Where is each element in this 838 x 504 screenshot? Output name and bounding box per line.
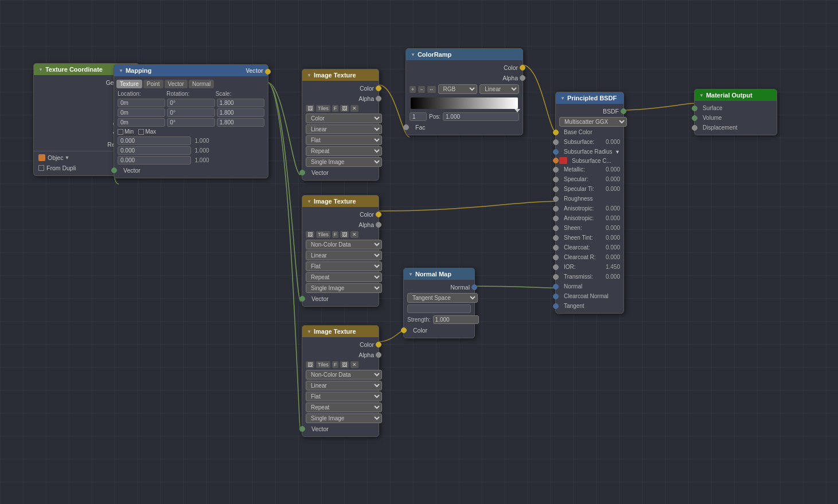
subsurface-color-swatch[interactable] (559, 157, 567, 164)
cr-add-btn[interactable]: + (410, 86, 416, 93)
cr-mode-select[interactable]: RGB HSV (438, 84, 478, 94)
mapping-header[interactable]: ▼ Mapping Vector (114, 65, 268, 76)
socket-surface-in[interactable] (692, 106, 697, 111)
socket-clearcoat-normal-in[interactable] (553, 294, 559, 299)
socket-alpha-out-3[interactable] (376, 352, 381, 358)
socket-sheen-tint-in[interactable] (553, 235, 559, 241)
f-btn-3[interactable]: F (332, 361, 339, 368)
x-btn-1[interactable]: ✕ (350, 105, 358, 112)
image-texture-3-header[interactable]: ▼ Image Texture (302, 326, 379, 337)
scale-y-input[interactable] (217, 108, 264, 117)
min-y-input2[interactable] (118, 146, 191, 155)
socket-base-color-in[interactable] (553, 130, 559, 135)
distribution-select[interactable]: Multiscatter GGX GGX (559, 117, 627, 127)
socket-alpha-out-1[interactable] (376, 96, 381, 101)
nm-space-select[interactable]: Tangent Space Object Space (407, 293, 478, 303)
color-space-select-1[interactable]: Color Non-Color Data (306, 114, 382, 123)
x-btn-3[interactable]: ✕ (350, 361, 358, 368)
f-btn-1[interactable]: F (332, 105, 339, 112)
image-texture-2-header[interactable]: ▼ Image Texture (302, 196, 379, 207)
image-icon-2[interactable]: 🖼 (306, 231, 314, 238)
socket-metallic-in[interactable] (553, 167, 559, 173)
loc-y-input[interactable] (118, 108, 165, 117)
socket-vector-in[interactable] (111, 167, 117, 173)
cr-remove-btn[interactable]: − (418, 86, 424, 93)
cr-flip-btn[interactable]: ↔ (427, 86, 436, 93)
socket-normal-in[interactable] (553, 284, 559, 290)
projection-select-1[interactable]: Flat Box (306, 135, 382, 145)
socket-nm-color-in[interactable] (401, 327, 407, 333)
nm-strength-input[interactable] (433, 315, 479, 324)
cr-interp-select[interactable]: Linear Ease (480, 84, 519, 94)
socket-cr-alpha-out[interactable] (520, 75, 525, 81)
socket-specular-in[interactable] (553, 177, 559, 182)
socket-color-out-2[interactable] (376, 212, 381, 217)
source-select-1[interactable]: Single Image Movie (306, 157, 382, 167)
socket-color-out-3[interactable] (376, 342, 381, 347)
socket-vector-in-1[interactable] (299, 170, 305, 175)
object-color-picker[interactable] (38, 154, 45, 161)
socket-tangent-in[interactable] (553, 303, 559, 309)
socket-clearcoat-in[interactable] (553, 245, 559, 251)
color-space-select-2[interactable]: Non-Color Data Color (306, 240, 382, 249)
socket-fac-in[interactable] (403, 124, 409, 130)
min-checkbox[interactable] (118, 129, 123, 135)
image-icon-3[interactable]: 🖼 (306, 361, 314, 368)
socket-ior-in[interactable] (553, 264, 559, 270)
socket-vector-out[interactable] (265, 69, 271, 75)
tiles-btn-2[interactable]: Tiles (316, 231, 330, 238)
x-btn-2[interactable]: ✕ (350, 231, 358, 238)
rot-y-input[interactable] (167, 108, 215, 117)
material-output-header[interactable]: ▼ Material Output (695, 89, 777, 101)
tab-normal[interactable]: Normal (189, 80, 214, 88)
color-ramp-gradient-bar[interactable] (411, 97, 518, 109)
extension-select-1[interactable]: Repeat Extend (306, 146, 382, 156)
socket-displacement-in[interactable] (692, 125, 697, 131)
source-select-3[interactable]: Single Image Movie (306, 413, 382, 423)
img-btn-3[interactable]: 🖼 (340, 361, 349, 368)
cr-index-input[interactable] (410, 112, 427, 121)
socket-specular-tint-in[interactable] (553, 186, 559, 192)
color-space-select-3[interactable]: Non-Color Data Color (306, 370, 382, 380)
img-btn-1[interactable]: 🖼 (340, 105, 349, 112)
socket-nm-normal-out[interactable] (471, 284, 477, 290)
min-z-input2[interactable] (118, 156, 191, 165)
ramp-handle[interactable] (515, 109, 520, 112)
tab-vector[interactable]: Vector (165, 80, 188, 88)
min-x-input[interactable] (118, 136, 191, 145)
img-btn-2[interactable]: 🖼 (340, 231, 349, 238)
socket-sheen-in[interactable] (553, 225, 559, 231)
extension-select-3[interactable]: Repeat Extend (306, 403, 382, 412)
socket-alpha-out-2[interactable] (376, 222, 381, 228)
socket-volume-in[interactable] (692, 115, 697, 121)
socket-anisotropic1-in[interactable] (553, 206, 559, 212)
cr-pos-input[interactable] (443, 112, 519, 121)
principled-header[interactable]: ▼ Principled BSDF (556, 92, 623, 104)
extension-select-2[interactable]: Repeat Extend (306, 272, 382, 282)
projection-select-2[interactable]: Flat Box (306, 261, 382, 271)
socket-bsdf-out[interactable] (621, 108, 626, 114)
source-select-2[interactable]: Single Image Movie (306, 283, 382, 293)
nm-image-field[interactable] (407, 304, 471, 313)
tab-texture[interactable]: Texture (116, 80, 142, 88)
socket-color-out-1[interactable] (376, 85, 381, 91)
scale-x-input[interactable] (217, 99, 264, 107)
tiles-btn-1[interactable]: Tiles (316, 105, 330, 112)
socket-vector-in-3[interactable] (299, 426, 305, 432)
socket-vector-in-2[interactable] (299, 296, 305, 302)
loc-x-input[interactable] (118, 99, 165, 107)
socket-subsurface-in[interactable] (553, 139, 559, 145)
color-ramp-header[interactable]: ▼ ColorRamp (406, 49, 523, 60)
from-dupli-checkbox[interactable] (38, 165, 44, 171)
interpolation-select-3[interactable]: Linear Closest (306, 381, 382, 390)
rot-x-input[interactable] (167, 99, 215, 107)
socket-transmission-in[interactable] (553, 274, 559, 280)
socket-clearcoat-r-in[interactable] (553, 255, 559, 260)
interpolation-select-1[interactable]: Linear Closest (306, 124, 382, 134)
projection-select-3[interactable]: Flat Box (306, 392, 382, 401)
image-icon-1[interactable]: 🖼 (306, 105, 314, 112)
socket-roughness-in[interactable] (553, 196, 559, 202)
scale-z-input[interactable] (217, 118, 264, 127)
tiles-btn-3[interactable]: Tiles (316, 361, 330, 368)
socket-cr-color-out[interactable] (520, 65, 525, 71)
